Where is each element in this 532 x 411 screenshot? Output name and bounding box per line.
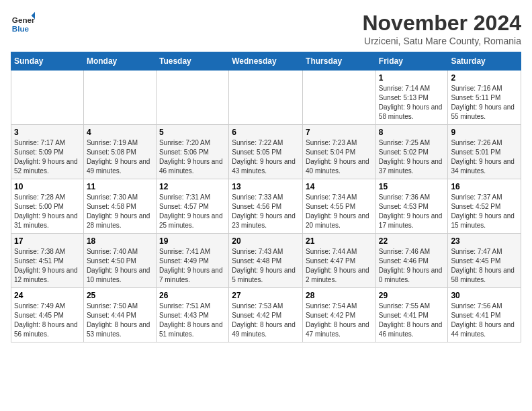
- day-header-sunday: Sunday: [11, 52, 84, 71]
- day-number: 22: [379, 236, 445, 246]
- calendar-header-row: SundayMondayTuesdayWednesdayThursdayFrid…: [11, 52, 521, 71]
- day-number: 13: [232, 182, 300, 191]
- calendar-cell: 25Sunrise: 7:50 AM Sunset: 4:44 PM Dayli…: [83, 288, 156, 342]
- day-info: Sunrise: 7:30 AM Sunset: 4:58 PM Dayligh…: [87, 193, 153, 230]
- month-title: November 2024: [362, 11, 521, 36]
- calendar-cell: 10Sunrise: 7:28 AM Sunset: 5:00 PM Dayli…: [11, 179, 84, 234]
- day-info: Sunrise: 7:44 AM Sunset: 4:47 PM Dayligh…: [306, 247, 373, 285]
- day-number: 29: [379, 291, 445, 300]
- day-info: Sunrise: 7:56 AM Sunset: 4:41 PM Dayligh…: [451, 302, 518, 339]
- day-info: Sunrise: 7:34 AM Sunset: 4:55 PM Dayligh…: [306, 193, 373, 230]
- day-header-tuesday: Tuesday: [156, 52, 228, 71]
- calendar-cell: 9Sunrise: 7:26 AM Sunset: 5:01 PM Daylig…: [448, 125, 521, 179]
- day-number: 21: [306, 236, 373, 246]
- calendar-cell: [11, 71, 84, 125]
- day-number: 14: [306, 182, 373, 191]
- day-info: Sunrise: 7:14 AM Sunset: 5:13 PM Dayligh…: [379, 84, 445, 122]
- calendar-cell: 26Sunrise: 7:51 AM Sunset: 4:43 PM Dayli…: [156, 288, 228, 342]
- calendar-cell: 17Sunrise: 7:38 AM Sunset: 4:51 PM Dayli…: [11, 234, 84, 288]
- logo-icon: General Blue: [11, 11, 35, 35]
- calendar-cell: 16Sunrise: 7:37 AM Sunset: 4:52 PM Dayli…: [448, 179, 521, 234]
- day-number: 23: [451, 236, 518, 246]
- calendar-week-3: 10Sunrise: 7:28 AM Sunset: 5:00 PM Dayli…: [11, 179, 521, 234]
- day-info: Sunrise: 7:53 AM Sunset: 4:42 PM Dayligh…: [232, 302, 300, 339]
- calendar-cell: [83, 71, 156, 125]
- day-info: Sunrise: 7:43 AM Sunset: 4:48 PM Dayligh…: [232, 247, 300, 285]
- calendar-cell: 5Sunrise: 7:20 AM Sunset: 5:06 PM Daylig…: [156, 125, 228, 179]
- calendar-cell: 23Sunrise: 7:47 AM Sunset: 4:45 PM Dayli…: [448, 234, 521, 288]
- day-number: 3: [14, 128, 81, 137]
- day-number: 6: [232, 128, 300, 137]
- calendar-week-4: 17Sunrise: 7:38 AM Sunset: 4:51 PM Dayli…: [11, 234, 521, 288]
- calendar-cell: 7Sunrise: 7:23 AM Sunset: 5:04 PM Daylig…: [303, 125, 376, 179]
- day-header-wednesday: Wednesday: [229, 52, 303, 71]
- calendar-cell: 13Sunrise: 7:33 AM Sunset: 4:56 PM Dayli…: [229, 179, 303, 234]
- day-info: Sunrise: 7:54 AM Sunset: 4:42 PM Dayligh…: [306, 302, 373, 339]
- calendar-cell: [156, 71, 228, 125]
- calendar-cell: 29Sunrise: 7:55 AM Sunset: 4:41 PM Dayli…: [375, 288, 448, 342]
- calendar-cell: 19Sunrise: 7:41 AM Sunset: 4:49 PM Dayli…: [156, 234, 228, 288]
- calendar-cell: 15Sunrise: 7:36 AM Sunset: 4:53 PM Dayli…: [375, 179, 448, 234]
- calendar-cell: 18Sunrise: 7:40 AM Sunset: 4:50 PM Dayli…: [83, 234, 156, 288]
- day-number: 25: [87, 291, 153, 300]
- day-number: 20: [232, 236, 300, 246]
- header: General Blue November 2024 Urziceni, Sat…: [11, 11, 521, 46]
- day-number: 27: [232, 291, 300, 300]
- calendar-cell: 30Sunrise: 7:56 AM Sunset: 4:41 PM Dayli…: [448, 288, 521, 342]
- calendar-cell: 6Sunrise: 7:22 AM Sunset: 5:05 PM Daylig…: [229, 125, 303, 179]
- day-number: 7: [306, 128, 373, 137]
- calendar-cell: 28Sunrise: 7:54 AM Sunset: 4:42 PM Dayli…: [303, 288, 376, 342]
- calendar-cell: [303, 71, 376, 125]
- day-info: Sunrise: 7:51 AM Sunset: 4:43 PM Dayligh…: [159, 302, 226, 339]
- day-number: 17: [14, 236, 81, 246]
- day-header-monday: Monday: [83, 52, 156, 71]
- calendar-cell: 3Sunrise: 7:17 AM Sunset: 5:09 PM Daylig…: [11, 125, 84, 179]
- day-info: Sunrise: 7:28 AM Sunset: 5:00 PM Dayligh…: [14, 193, 81, 230]
- calendar-cell: 24Sunrise: 7:49 AM Sunset: 4:45 PM Dayli…: [11, 288, 84, 342]
- day-info: Sunrise: 7:41 AM Sunset: 4:49 PM Dayligh…: [159, 247, 226, 285]
- day-number: 24: [14, 291, 81, 300]
- day-info: Sunrise: 7:49 AM Sunset: 4:45 PM Dayligh…: [14, 302, 81, 339]
- day-info: Sunrise: 7:16 AM Sunset: 5:11 PM Dayligh…: [451, 84, 518, 122]
- day-number: 12: [159, 182, 226, 191]
- day-info: Sunrise: 7:47 AM Sunset: 4:45 PM Dayligh…: [451, 247, 518, 285]
- calendar-table: SundayMondayTuesdayWednesdayThursdayFrid…: [11, 52, 521, 342]
- day-info: Sunrise: 7:22 AM Sunset: 5:05 PM Dayligh…: [232, 138, 300, 176]
- calendar-cell: 1Sunrise: 7:14 AM Sunset: 5:13 PM Daylig…: [375, 71, 448, 125]
- day-number: 5: [159, 128, 226, 137]
- calendar-cell: 21Sunrise: 7:44 AM Sunset: 4:47 PM Dayli…: [303, 234, 376, 288]
- day-number: 19: [159, 236, 226, 246]
- day-info: Sunrise: 7:31 AM Sunset: 4:57 PM Dayligh…: [159, 193, 226, 230]
- calendar-cell: [229, 71, 303, 125]
- day-info: Sunrise: 7:38 AM Sunset: 4:51 PM Dayligh…: [14, 247, 81, 285]
- calendar-week-5: 24Sunrise: 7:49 AM Sunset: 4:45 PM Dayli…: [11, 288, 521, 342]
- calendar-week-2: 3Sunrise: 7:17 AM Sunset: 5:09 PM Daylig…: [11, 125, 521, 179]
- day-info: Sunrise: 7:46 AM Sunset: 4:46 PM Dayligh…: [379, 247, 445, 285]
- day-info: Sunrise: 7:40 AM Sunset: 4:50 PM Dayligh…: [87, 247, 153, 285]
- day-info: Sunrise: 7:55 AM Sunset: 4:41 PM Dayligh…: [379, 302, 445, 339]
- calendar-cell: 22Sunrise: 7:46 AM Sunset: 4:46 PM Dayli…: [375, 234, 448, 288]
- day-number: 26: [159, 291, 226, 300]
- calendar-cell: 27Sunrise: 7:53 AM Sunset: 4:42 PM Dayli…: [229, 288, 303, 342]
- day-info: Sunrise: 7:50 AM Sunset: 4:44 PM Dayligh…: [87, 302, 153, 339]
- day-info: Sunrise: 7:33 AM Sunset: 4:56 PM Dayligh…: [232, 193, 300, 230]
- day-info: Sunrise: 7:20 AM Sunset: 5:06 PM Dayligh…: [159, 138, 226, 176]
- day-number: 15: [379, 182, 445, 191]
- location: Urziceni, Satu Mare County, Romania: [362, 36, 521, 46]
- day-number: 16: [451, 182, 518, 191]
- calendar-week-1: 1Sunrise: 7:14 AM Sunset: 5:13 PM Daylig…: [11, 71, 521, 125]
- calendar-cell: 8Sunrise: 7:25 AM Sunset: 5:02 PM Daylig…: [375, 125, 448, 179]
- day-number: 1: [379, 73, 445, 83]
- day-number: 18: [87, 236, 153, 246]
- day-number: 2: [451, 73, 518, 83]
- day-info: Sunrise: 7:19 AM Sunset: 5:08 PM Dayligh…: [87, 138, 153, 176]
- day-info: Sunrise: 7:25 AM Sunset: 5:02 PM Dayligh…: [379, 138, 445, 176]
- calendar-cell: 20Sunrise: 7:43 AM Sunset: 4:48 PM Dayli…: [229, 234, 303, 288]
- day-info: Sunrise: 7:37 AM Sunset: 4:52 PM Dayligh…: [451, 193, 518, 230]
- title-area: November 2024 Urziceni, Satu Mare County…: [362, 11, 521, 46]
- day-number: 11: [87, 182, 153, 191]
- day-header-saturday: Saturday: [448, 52, 521, 71]
- calendar-cell: 2Sunrise: 7:16 AM Sunset: 5:11 PM Daylig…: [448, 71, 521, 125]
- calendar-cell: 4Sunrise: 7:19 AM Sunset: 5:08 PM Daylig…: [83, 125, 156, 179]
- svg-text:Blue: Blue: [12, 24, 30, 33]
